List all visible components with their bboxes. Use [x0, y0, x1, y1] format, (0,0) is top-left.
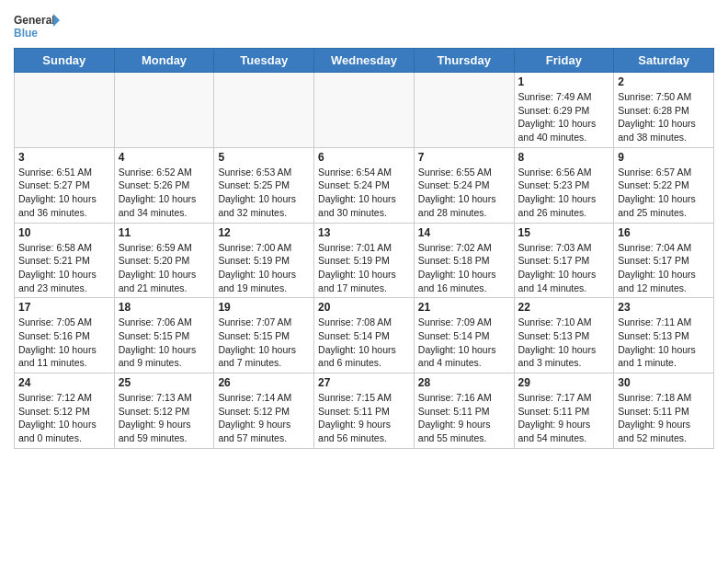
cell-info: Sunrise: 7:04 AMSunset: 5:17 PMDaylight:… [618, 241, 710, 295]
cell-info: Sunrise: 7:11 AMSunset: 5:13 PMDaylight:… [618, 316, 710, 370]
cell-info: Sunrise: 7:10 AMSunset: 5:13 PMDaylight:… [518, 316, 610, 370]
calendar-cell: 23Sunrise: 7:11 AMSunset: 5:13 PMDayligh… [614, 298, 714, 373]
day-number: 7 [418, 151, 510, 164]
logo-svg: General Blue [14, 9, 60, 44]
svg-marker-2 [53, 14, 60, 27]
day-number: 23 [618, 301, 710, 314]
week-row-1: 1Sunrise: 7:49 AMSunset: 6:29 PMDaylight… [15, 73, 714, 148]
cell-info: Sunrise: 7:50 AMSunset: 6:28 PMDaylight:… [618, 90, 710, 144]
day-number: 15 [518, 226, 610, 239]
day-number: 22 [518, 301, 610, 314]
day-number: 9 [618, 151, 710, 164]
calendar-cell: 6Sunrise: 6:54 AMSunset: 5:24 PMDaylight… [314, 147, 415, 223]
calendar-cell: 29Sunrise: 7:17 AMSunset: 5:11 PMDayligh… [514, 373, 614, 449]
day-number: 26 [218, 376, 310, 389]
calendar-cell: 15Sunrise: 7:03 AMSunset: 5:17 PMDayligh… [514, 223, 614, 298]
cell-info: Sunrise: 6:55 AMSunset: 5:24 PMDaylight:… [418, 166, 510, 220]
day-header-monday: Monday [114, 49, 214, 73]
day-number: 18 [119, 301, 210, 314]
day-header-saturday: Saturday [614, 49, 714, 73]
cell-info: Sunrise: 7:18 AMSunset: 5:11 PMDaylight:… [618, 391, 710, 445]
calendar-cell [214, 73, 314, 148]
calendar-cell: 9Sunrise: 6:57 AMSunset: 5:22 PMDaylight… [614, 147, 714, 223]
calendar-cell: 28Sunrise: 7:16 AMSunset: 5:11 PMDayligh… [414, 373, 514, 449]
calendar-cell [314, 73, 415, 148]
cell-info: Sunrise: 7:03 AMSunset: 5:17 PMDaylight:… [518, 241, 610, 295]
week-row-3: 10Sunrise: 6:58 AMSunset: 5:21 PMDayligh… [15, 223, 714, 298]
day-number: 28 [418, 376, 510, 389]
calendar-cell: 27Sunrise: 7:15 AMSunset: 5:11 PMDayligh… [314, 373, 415, 449]
day-number: 12 [218, 226, 310, 239]
cell-info: Sunrise: 7:49 AMSunset: 6:29 PMDaylight:… [518, 90, 610, 144]
day-header-friday: Friday [514, 49, 614, 73]
cell-info: Sunrise: 6:59 AMSunset: 5:20 PMDaylight:… [119, 241, 210, 295]
svg-text:Blue: Blue [14, 27, 38, 40]
calendar-cell: 21Sunrise: 7:09 AMSunset: 5:14 PMDayligh… [414, 298, 514, 373]
cell-info: Sunrise: 6:57 AMSunset: 5:22 PMDaylight:… [618, 166, 710, 220]
calendar-cell: 14Sunrise: 7:02 AMSunset: 5:18 PMDayligh… [414, 223, 514, 298]
calendar-cell: 24Sunrise: 7:12 AMSunset: 5:12 PMDayligh… [15, 373, 115, 449]
cell-info: Sunrise: 7:07 AMSunset: 5:15 PMDaylight:… [218, 316, 310, 370]
calendar-table: SundayMondayTuesdayWednesdayThursdayFrid… [14, 48, 714, 449]
day-number: 3 [18, 151, 110, 164]
calendar-cell: 30Sunrise: 7:18 AMSunset: 5:11 PMDayligh… [614, 373, 714, 449]
calendar-cell: 12Sunrise: 7:00 AMSunset: 5:19 PMDayligh… [214, 223, 314, 298]
calendar-cell: 22Sunrise: 7:10 AMSunset: 5:13 PMDayligh… [514, 298, 614, 373]
cell-info: Sunrise: 7:17 AMSunset: 5:11 PMDaylight:… [518, 391, 610, 445]
cell-info: Sunrise: 6:52 AMSunset: 5:26 PMDaylight:… [119, 166, 210, 220]
cell-info: Sunrise: 7:14 AMSunset: 5:12 PMDaylight:… [218, 391, 310, 445]
calendar-cell: 8Sunrise: 6:56 AMSunset: 5:23 PMDaylight… [514, 147, 614, 223]
svg-text:General: General [14, 14, 55, 27]
calendar-cell: 19Sunrise: 7:07 AMSunset: 5:15 PMDayligh… [214, 298, 314, 373]
calendar-cell: 7Sunrise: 6:55 AMSunset: 5:24 PMDaylight… [414, 147, 514, 223]
calendar-cell: 4Sunrise: 6:52 AMSunset: 5:26 PMDaylight… [114, 147, 214, 223]
cell-info: Sunrise: 7:15 AMSunset: 5:11 PMDaylight:… [318, 391, 410, 445]
day-number: 14 [418, 226, 510, 239]
day-number: 2 [618, 75, 710, 88]
logo: General Blue [14, 9, 60, 44]
cell-info: Sunrise: 7:09 AMSunset: 5:14 PMDaylight:… [418, 316, 510, 370]
calendar-cell: 17Sunrise: 7:05 AMSunset: 5:16 PMDayligh… [15, 298, 115, 373]
day-number: 10 [18, 226, 110, 239]
day-number: 1 [518, 75, 610, 88]
day-number: 29 [518, 376, 610, 389]
cell-info: Sunrise: 7:05 AMSunset: 5:16 PMDaylight:… [18, 316, 110, 370]
calendar-cell [414, 73, 514, 148]
cell-info: Sunrise: 7:12 AMSunset: 5:12 PMDaylight:… [18, 391, 110, 445]
cell-info: Sunrise: 7:02 AMSunset: 5:18 PMDaylight:… [418, 241, 510, 295]
cell-info: Sunrise: 7:06 AMSunset: 5:15 PMDaylight:… [119, 316, 210, 370]
day-number: 8 [518, 151, 610, 164]
cell-info: Sunrise: 7:16 AMSunset: 5:11 PMDaylight:… [418, 391, 510, 445]
calendar-cell: 10Sunrise: 6:58 AMSunset: 5:21 PMDayligh… [15, 223, 115, 298]
calendar-cell: 16Sunrise: 7:04 AMSunset: 5:17 PMDayligh… [614, 223, 714, 298]
day-number: 16 [618, 226, 710, 239]
calendar-cell: 25Sunrise: 7:13 AMSunset: 5:12 PMDayligh… [114, 373, 214, 449]
calendar-cell: 13Sunrise: 7:01 AMSunset: 5:19 PMDayligh… [314, 223, 415, 298]
calendar-cell [15, 73, 115, 148]
calendar-cell: 20Sunrise: 7:08 AMSunset: 5:14 PMDayligh… [314, 298, 415, 373]
header: General Blue [14, 9, 714, 44]
day-number: 13 [318, 226, 410, 239]
week-row-2: 3Sunrise: 6:51 AMSunset: 5:27 PMDaylight… [15, 147, 714, 223]
day-number: 6 [318, 151, 410, 164]
day-number: 27 [318, 376, 410, 389]
day-number: 25 [119, 376, 210, 389]
day-number: 4 [119, 151, 210, 164]
cell-info: Sunrise: 6:56 AMSunset: 5:23 PMDaylight:… [518, 166, 610, 220]
cell-info: Sunrise: 6:53 AMSunset: 5:25 PMDaylight:… [218, 166, 310, 220]
cell-info: Sunrise: 6:58 AMSunset: 5:21 PMDaylight:… [18, 241, 110, 295]
day-number: 5 [218, 151, 310, 164]
cell-info: Sunrise: 7:01 AMSunset: 5:19 PMDaylight:… [318, 241, 410, 295]
cell-info: Sunrise: 6:51 AMSunset: 5:27 PMDaylight:… [18, 166, 110, 220]
calendar-cell: 18Sunrise: 7:06 AMSunset: 5:15 PMDayligh… [114, 298, 214, 373]
calendar-cell: 5Sunrise: 6:53 AMSunset: 5:25 PMDaylight… [214, 147, 314, 223]
day-header-sunday: Sunday [15, 49, 115, 73]
day-header-thursday: Thursday [414, 49, 514, 73]
cell-info: Sunrise: 7:08 AMSunset: 5:14 PMDaylight:… [318, 316, 410, 370]
day-number: 17 [18, 301, 110, 314]
days-header-row: SundayMondayTuesdayWednesdayThursdayFrid… [15, 49, 714, 73]
calendar-cell [114, 73, 214, 148]
cell-info: Sunrise: 7:00 AMSunset: 5:19 PMDaylight:… [218, 241, 310, 295]
cell-info: Sunrise: 6:54 AMSunset: 5:24 PMDaylight:… [318, 166, 410, 220]
day-number: 24 [18, 376, 110, 389]
